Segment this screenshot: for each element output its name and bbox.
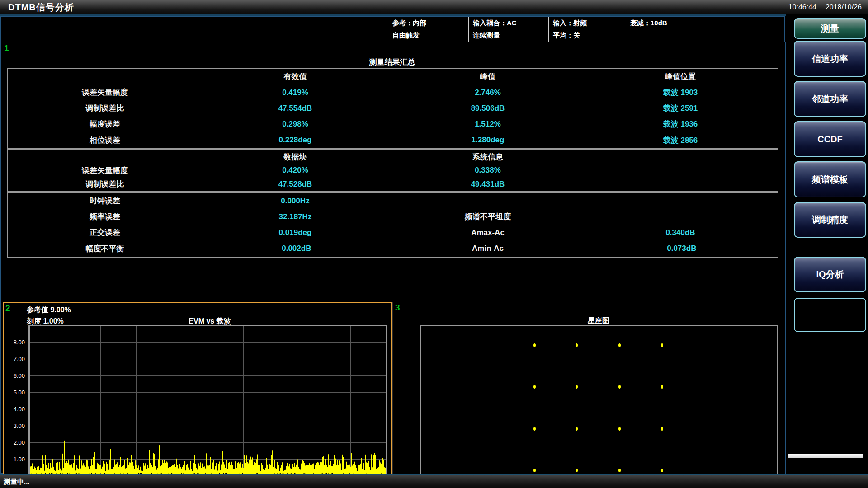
sidebar-menu: 测量 信道功率 邻道功率 CCDF 频谱模板 调制精度 IQ分析 bbox=[786, 14, 868, 488]
evm-chart-panel[interactable]: 2 参考值 9.00% 刻度 1.00% EVM vs 载波 8.007.006… bbox=[3, 302, 392, 488]
constellation-point bbox=[576, 385, 578, 389]
constellation-point bbox=[661, 343, 663, 347]
panel-2-number: 2 bbox=[5, 303, 10, 313]
constellation-point bbox=[618, 385, 621, 389]
status-cell-trigger: 自由触发 bbox=[388, 29, 468, 42]
constellation-point bbox=[661, 469, 663, 472]
status-cell-sweep: 连续测量 bbox=[468, 29, 548, 42]
panel-3-number: 3 bbox=[395, 303, 400, 313]
date-text: 2018/10/26 bbox=[826, 0, 862, 14]
top-status-frame: 参考：内部 输入耦合：AC 输入：射频 衰减：10dB 自由触发 连续测量 平均… bbox=[0, 16, 785, 42]
evm-y-tick-label: 2.00 bbox=[5, 439, 25, 446]
table-row: 频率误差 32.187Hz 频谱不平坦度 bbox=[8, 209, 778, 225]
evm-y-tick-label: 8.00 bbox=[5, 339, 25, 346]
status-cell-spare-top bbox=[703, 17, 783, 29]
measuring-status-text: 测量中... bbox=[4, 475, 30, 488]
table-row: 误差矢量幅度 0.420% 0.338% bbox=[8, 164, 778, 177]
app-title: DTMB信号分析 bbox=[8, 0, 74, 14]
status-cell-spare-2 bbox=[703, 29, 783, 42]
constellation-point bbox=[576, 343, 578, 347]
panel-1-number: 1 bbox=[4, 43, 9, 53]
sidebar-button-adjacent-power[interactable]: 邻道功率 bbox=[794, 81, 866, 117]
col-header-peak-pos: 峰值位置 bbox=[610, 69, 750, 84]
status-cell-input: 输入：射频 bbox=[548, 17, 626, 29]
sidebar-button-iq-analysis[interactable]: IQ分析 bbox=[794, 257, 866, 292]
constellation-plot-box bbox=[420, 325, 778, 488]
col-header-data-block: 数据块 bbox=[225, 150, 365, 164]
constellation-point bbox=[533, 343, 536, 347]
status-cell-attenuation: 衰减：10dB bbox=[626, 17, 703, 29]
status-cell-average: 平均：关 bbox=[548, 29, 626, 42]
evm-y-tick-label: 1.00 bbox=[5, 456, 25, 463]
main-area: 1 测量结果汇总 有效值 峰值 峰值位置 误差矢量幅度 0.419% 2.746… bbox=[0, 42, 786, 474]
table-row: 幅度不平衡 -0.002dB Amin-Ac -0.073dB bbox=[8, 240, 778, 257]
sidebar-bottom-strip bbox=[788, 454, 863, 458]
flatness-header: 频谱不平坦度 bbox=[418, 209, 558, 225]
sidebar-button-mod-accuracy[interactable]: 调制精度 bbox=[794, 202, 866, 238]
col-header-system-info: 系统信息 bbox=[418, 150, 558, 164]
top-status-table: 参考：内部 输入耦合：AC 输入：射频 衰减：10dB 自由触发 连续测量 平均… bbox=[388, 17, 783, 42]
summary-section-errors: 时钟误差 0.000Hz 频率误差 32.187Hz 频谱不平坦度 正交误差 0… bbox=[8, 191, 778, 257]
sidebar-button-measure[interactable]: 测量 bbox=[794, 18, 866, 39]
table-row: 相位误差 0.228deg 1.280deg 载波 2856 bbox=[8, 132, 778, 148]
sidebar-button-ccdf[interactable]: CCDF bbox=[794, 121, 866, 157]
constellation-point bbox=[618, 343, 621, 347]
constellation-point bbox=[618, 469, 621, 472]
evm-y-tick-label: 3.00 bbox=[5, 422, 25, 429]
status-cell-spare-1 bbox=[626, 29, 703, 42]
constellation-point bbox=[661, 385, 663, 389]
evm-y-tick-label: 7.00 bbox=[5, 356, 25, 362]
sidebar-button-channel-power[interactable]: 信道功率 bbox=[794, 41, 866, 77]
table-row: 误差矢量幅度 0.419% 2.746% 载波 1903 bbox=[8, 84, 778, 100]
summary-section-block-sys: 数据块 系统信息 误差矢量幅度 0.420% 0.338% 调制误差比 47.5… bbox=[8, 148, 778, 191]
bottom-status-bar: 测量中... bbox=[0, 474, 868, 488]
evm-y-tick-label: 5.00 bbox=[5, 389, 25, 396]
time-text: 10:46:44 bbox=[788, 0, 816, 14]
summary-title: 测量结果汇总 bbox=[1, 57, 783, 67]
sidebar-button-empty[interactable] bbox=[794, 298, 866, 332]
col-header-rms: 有效值 bbox=[225, 69, 365, 84]
constellation-point bbox=[618, 427, 621, 431]
constellation-point bbox=[533, 385, 536, 389]
constellation-point bbox=[533, 469, 536, 472]
summary-table: 有效值 峰值 峰值位置 误差矢量幅度 0.419% 2.746% 载波 1903… bbox=[7, 68, 778, 258]
constellation-point bbox=[576, 427, 578, 431]
table-row: 时钟误差 0.000Hz bbox=[8, 193, 778, 209]
evm-y-tick-label: 6.00 bbox=[5, 372, 25, 379]
status-cell-coupling: 输入耦合：AC bbox=[468, 17, 548, 29]
constellation-point bbox=[661, 427, 663, 431]
constellation-point bbox=[533, 427, 536, 431]
evm-trace-plot bbox=[28, 325, 387, 488]
status-cell-reference: 参考：内部 bbox=[388, 17, 468, 29]
constellation-point bbox=[576, 469, 578, 472]
constellation-title: 星座图 bbox=[463, 316, 734, 326]
summary-section-rms-peak: 有效值 峰值 峰值位置 误差矢量幅度 0.419% 2.746% 载波 1903… bbox=[8, 69, 778, 148]
clock: 10:46:44 2018/10/26 bbox=[788, 0, 862, 14]
table-row: 调制误差比 47.528dB 49.431dB bbox=[8, 177, 778, 191]
table-row: 调制误差比 47.554dB 89.506dB 载波 2591 bbox=[8, 100, 778, 116]
evm-y-tick-label: 4.00 bbox=[5, 406, 25, 413]
sidebar-button-spectrum-mask[interactable]: 频谱模板 bbox=[794, 161, 866, 197]
table-row: 正交误差 0.019deg Amax-Ac 0.340dB bbox=[8, 225, 778, 240]
col-header-peak: 峰值 bbox=[418, 69, 558, 84]
constellation-panel[interactable]: 3 星座图 bbox=[392, 302, 785, 488]
evm-reference-label: 参考值 9.00% bbox=[27, 305, 71, 315]
title-bar: DTMB信号分析 10:46:44 2018/10/26 bbox=[0, 0, 868, 16]
table-row: 幅度误差 0.298% 1.512% 载波 1936 bbox=[8, 116, 778, 132]
